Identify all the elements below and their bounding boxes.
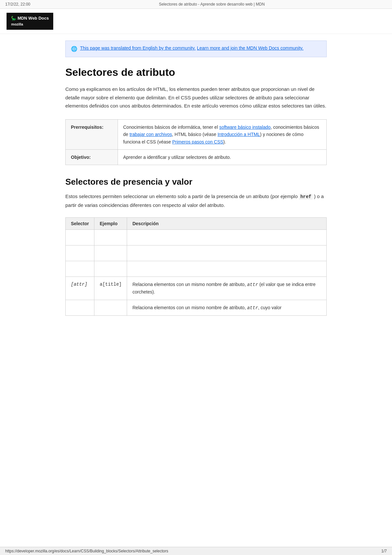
table-row-empty1 — [66, 229, 327, 245]
table-row-empty2 — [66, 245, 327, 261]
translation-text: This page was translated from English by… — [80, 45, 303, 52]
logo-icon: 🦕 — [11, 16, 16, 21]
empty-example-3 — [94, 261, 127, 277]
table-row-attr2: Relaciona elementos con un mismo nombre … — [66, 300, 327, 315]
translation-banner: 🌐 This page was translated from English … — [65, 41, 327, 57]
section1-heading: Selectores de presencia y valor — [65, 177, 327, 187]
objetivo-label: Objetivo: — [66, 150, 118, 165]
empty-desc-2 — [127, 245, 327, 261]
browser-page-title: Selectores de atributo - Aprende sobre d… — [37, 2, 387, 7]
prereq-link4[interactable]: Primeros pasos con CSS — [172, 139, 223, 144]
table-header-row: Selector Ejemplo Descripción — [66, 217, 327, 229]
selector-attr: [attr] — [66, 277, 94, 300]
section1-text-part1: Estos selectores permiten seleccionar un… — [65, 193, 299, 199]
example-attr2 — [94, 300, 127, 315]
page-title: Selectores de atributo — [65, 66, 327, 78]
col-ejemplo: Ejemplo — [94, 217, 127, 229]
intro-paragraph: Como ya explicamos en los artículos de H… — [65, 85, 327, 110]
prereq-text-before: Conocimientos básicos de informática, te… — [123, 125, 219, 130]
bottom-url[interactable]: https://developer.mozilla.org/es/docs/Le… — [5, 549, 168, 553]
prereq-link2[interactable]: trabajar con archivos — [129, 132, 172, 137]
empty-example-2 — [94, 245, 127, 261]
col-descripcion: Descripción — [127, 217, 327, 229]
empty-selector-3 — [66, 261, 94, 277]
prereq-table: Prerrequisitos: Conocimientos básicos de… — [65, 119, 327, 165]
selector-attr2 — [66, 300, 94, 315]
empty-selector-2 — [66, 245, 94, 261]
translation-link1[interactable]: This page was translated from English by… — [80, 45, 196, 51]
empty-selector-1 — [66, 229, 94, 245]
objetivo-content: Aprender a identificar y utilizar select… — [118, 150, 327, 165]
empty-desc-3 — [127, 261, 327, 277]
objetivo-row: Objetivo: Aprender a identificar y utili… — [66, 150, 327, 165]
logo-text: MDN Web Docsmozilla — [11, 16, 49, 26]
col-selector: Selector — [66, 217, 94, 229]
globe-icon: 🌐 — [71, 45, 77, 53]
page-indicator: 1/7 — [381, 549, 387, 553]
mdn-logo[interactable]: 🦕 MDN Web Docsmozilla — [7, 13, 53, 30]
href-code: href — [299, 194, 313, 200]
prereq-content: Conocimientos básicos de informática, te… — [118, 119, 327, 149]
empty-desc-1 — [127, 229, 327, 245]
content-area: 🌐 This page was translated from English … — [56, 34, 336, 346]
table-row-empty3 — [66, 261, 327, 277]
prereq-text5: ). — [223, 139, 226, 144]
empty-example-1 — [94, 229, 127, 245]
desc-attr2: Relaciona elementos con un mismo nombre … — [127, 300, 327, 315]
site-header: 🦕 MDN Web Docsmozilla — [0, 9, 392, 34]
prereq-link1[interactable]: software básico instalado — [219, 125, 270, 130]
prereq-text3: , HTML básico (véase — [172, 132, 218, 137]
selector-table: Selector Ejemplo Descripción — [65, 217, 327, 316]
prereq-row: Prerrequisitos: Conocimientos básicos de… — [66, 119, 327, 149]
table-row-attr: [attr] a[title] Relaciona elementos con … — [66, 277, 327, 300]
example-attr: a[title] — [94, 277, 127, 300]
translation-link2[interactable]: Learn more and join the MDN Web Docs com… — [197, 45, 303, 51]
desc-attr: Relaciona elementos con un mismo nombre … — [127, 277, 327, 300]
bottom-bar: https://developer.mozilla.org/es/docs/Le… — [0, 547, 392, 555]
section1-text: Estos selectores permiten seleccionar un… — [65, 192, 327, 209]
prereq-label: Prerrequisitos: — [66, 119, 118, 149]
timestamp: 17/2/22, 22:00 — [5, 2, 30, 7]
browser-bar: 17/2/22, 22:00 Selectores de atributo - … — [0, 0, 392, 9]
prereq-link3[interactable]: Introducción a HTML — [218, 132, 260, 137]
